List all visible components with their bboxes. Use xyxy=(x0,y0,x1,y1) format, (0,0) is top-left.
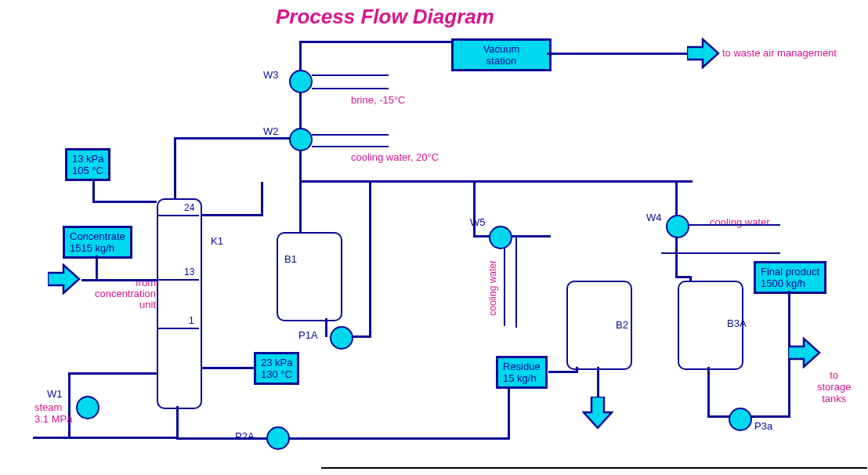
final-product-box: Final product 1500 kg/h xyxy=(754,261,826,294)
svg-marker-0 xyxy=(687,39,718,67)
exchanger-w4 xyxy=(666,215,689,238)
line-reflux-to-col xyxy=(201,214,263,216)
svg-marker-1 xyxy=(48,265,79,293)
line-w1-return xyxy=(33,437,178,439)
conditions-bottom-box: 23 kPa 130 °C xyxy=(254,352,299,385)
line-to-storage-v xyxy=(788,291,790,344)
line-residue-to-b2h xyxy=(548,371,577,373)
line-conc-to-col xyxy=(81,279,157,281)
p2a-label: P2A xyxy=(235,430,255,442)
line-cond-top xyxy=(92,179,95,201)
w4-label: W4 xyxy=(646,212,662,223)
line-w3-to-vacuum xyxy=(299,41,452,43)
line-w2-down xyxy=(299,150,302,182)
svg-marker-2 xyxy=(584,397,612,428)
w3-label: W3 xyxy=(263,69,279,81)
line-w5-cw-up xyxy=(504,248,505,326)
arrow-from-concentration xyxy=(48,263,81,295)
exchanger-w2 xyxy=(289,128,313,151)
line-p1a-right xyxy=(352,335,371,338)
cw20-line-1 xyxy=(312,134,389,136)
p1a-label: P1A xyxy=(298,329,318,341)
arrow-waste-air xyxy=(687,38,720,69)
line-b3a-to-p3a-v xyxy=(707,367,710,417)
diagram-title: Process Flow Diagram xyxy=(276,5,494,29)
line-p3a-out-h xyxy=(750,415,790,418)
b1-label: B1 xyxy=(284,253,297,265)
line-to-p2a xyxy=(176,437,509,440)
cooling-water-vertical: cooling water xyxy=(487,260,498,316)
line-w5-cw-up2 xyxy=(515,238,517,328)
line-w4-to-b3a xyxy=(675,276,691,278)
arrow-b2-out xyxy=(582,397,613,430)
exchanger-w3 xyxy=(289,70,313,93)
pump-p1a xyxy=(330,326,353,350)
line-cond-bot xyxy=(201,367,254,369)
line-to-w5-r xyxy=(473,235,490,238)
exchanger-w1 xyxy=(76,396,99,419)
line-col-top-to-w2 xyxy=(174,137,290,140)
tray13-num: 13 xyxy=(184,267,194,277)
line-reflux-drop xyxy=(261,182,263,216)
line-b2-out xyxy=(597,367,599,400)
tray-13 xyxy=(158,279,199,281)
cw20-line-2 xyxy=(312,146,389,147)
w4-cw-2 xyxy=(661,252,780,254)
tank-b1 xyxy=(277,232,342,321)
line-b3a-feed xyxy=(689,276,692,282)
line-to-w5-down xyxy=(473,182,476,237)
w1-label: W1 xyxy=(47,388,63,400)
w4-cw-1 xyxy=(688,224,780,226)
line-main-to-w4 xyxy=(675,182,678,216)
pump-p3a xyxy=(729,408,752,431)
brine-line-1 xyxy=(312,74,389,76)
arrow-to-storage xyxy=(788,337,821,368)
line-b3a-to-p3a-h xyxy=(707,415,729,418)
to-storage-label: to storage tanks xyxy=(817,369,851,404)
line-w2-to-w4 xyxy=(299,180,693,183)
w2-label: W2 xyxy=(263,125,279,137)
line-cond-top-h xyxy=(92,201,157,203)
steam-label: steam 3.1 MPa xyxy=(34,401,72,425)
to-waste-air-label: to waste air management xyxy=(722,47,837,59)
concentrate-box: Concentrate 1515 kg/h xyxy=(63,226,132,259)
exchanger-w5 xyxy=(489,226,512,249)
svg-marker-3 xyxy=(788,339,819,367)
tray1-num: 1 xyxy=(189,315,194,326)
tray24-num: 24 xyxy=(184,202,194,213)
line-col-bot-l xyxy=(68,372,157,375)
tray-1 xyxy=(158,328,199,329)
line-w3-to-w2 xyxy=(299,92,302,132)
brine-line-2 xyxy=(312,88,389,89)
brine-label: brine, -15°C xyxy=(351,94,406,106)
residue-box: Residue 15 kg/h xyxy=(496,356,548,389)
p3a-label: P3a xyxy=(754,420,772,432)
cooling-water-20-label: cooling water, 20°C xyxy=(351,151,439,163)
pump-p2a xyxy=(266,426,290,450)
line-b1-to-p1a xyxy=(325,318,327,337)
line-w4-down xyxy=(675,237,678,277)
b2-label: B2 xyxy=(616,319,628,331)
tray-24 xyxy=(158,215,199,216)
column-k1 xyxy=(157,198,202,409)
footer-rule xyxy=(321,467,867,469)
k1-label: K1 xyxy=(211,235,223,247)
from-concentration-label: from concentration unit xyxy=(85,277,156,310)
line-col-bottom-out xyxy=(176,406,179,439)
w5-label: W5 xyxy=(470,216,486,228)
line-conc-down xyxy=(96,256,98,279)
cooling-water-w4: cooling water xyxy=(710,216,770,228)
line-col-top-out xyxy=(174,137,176,198)
line-w5-residue xyxy=(512,235,551,238)
vacuum-station-box: Vacuum station xyxy=(451,38,552,71)
b3a-label: B3A xyxy=(727,317,747,329)
line-vacuum-to-waste xyxy=(547,53,688,55)
line-p1a-up xyxy=(369,182,371,338)
conditions-top-box: 13 kPa 105 °C xyxy=(65,148,110,181)
line-to-b1 xyxy=(299,180,302,235)
line-b2-feed xyxy=(576,367,578,373)
